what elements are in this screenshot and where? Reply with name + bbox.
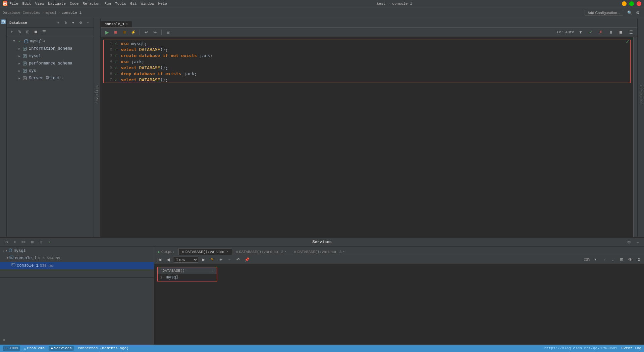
editor-tab-console1[interactable]: console_1 × [101,21,132,27]
maximize-button[interactable] [629,1,634,6]
breadcrumb-mysql[interactable]: mysql [45,11,56,15]
results-edit-button[interactable]: ✎ [208,256,216,263]
sidebar-tb-add[interactable]: + [8,28,15,36]
execute-button[interactable]: ⚡ [129,29,137,36]
svc-item-console1-query[interactable]: console_1 530 ms [0,262,154,269]
stop-button[interactable]: ⏹ [112,29,119,36]
menu-navigate[interactable]: Navigate [48,2,66,6]
results-transpose-button[interactable]: ⊞ [618,256,625,263]
menu-file[interactable]: File [9,2,18,6]
services-settings-button[interactable]: ⚙ [625,238,633,246]
bottom-tx-label[interactable]: Tx [3,240,10,245]
results-delete-button[interactable]: − [226,256,233,263]
breadcrumb-console[interactable]: console_1 [62,11,82,15]
tab-output[interactable]: ▶ Output [154,249,178,255]
commit-button[interactable]: ✓ [587,29,594,36]
toolbar-search-button[interactable]: 🔍 [626,9,633,16]
results-next-button[interactable]: ▶ [200,256,207,263]
server-objects-label: Server Objects [29,76,63,81]
tab-database-varchar-3[interactable]: ⊞ DATABASE():varchar 3 × [290,249,348,255]
breadcrumb-database[interactable]: Database Consoles [3,11,40,15]
menu-tools[interactable]: Tools [115,2,126,6]
tab-database-varchar-2[interactable]: ⊞ DATABASE():varchar 2 × [232,249,290,255]
editor-scrollbar[interactable] [633,37,637,237]
sidebar-tb-stop[interactable]: ⏹ [32,28,40,36]
results-sort-asc-button[interactable]: ↑ [600,256,608,263]
csv-options-button[interactable]: ▼ [592,256,599,263]
tree-item-sys[interactable]: ▶ sys [7,67,94,75]
menu-help[interactable]: Help [158,2,167,6]
sidebar-tb-schema[interactable]: ⊞ [24,28,32,36]
menu-run[interactable]: Run [104,2,111,6]
resume-button[interactable]: ⏸ [121,29,128,36]
svc-item-mysql[interactable]: ✓ ▼ mysql [0,247,154,255]
results-more-button[interactable]: ⚙ [635,256,643,263]
sidebar-filter-button[interactable]: ▼ [70,20,76,26]
stop-btn2[interactable]: ⏹ [617,29,625,36]
auto-commit-button[interactable]: ⏸ [607,29,614,36]
bottom-align2-button[interactable]: ≡≡ [20,238,27,246]
tab-close-2[interactable]: × [285,250,286,254]
results-revert-button[interactable]: ↶ [234,256,242,263]
svc-console1-group-label: console_1 [15,256,37,261]
sidebar-tb-refresh[interactable]: ↻ [16,28,23,36]
sidebar-refresh-button[interactable]: ↻ [63,20,69,26]
menu-window[interactable]: Window [141,2,154,6]
tree-item-mysql[interactable]: ▼ ✓ mysql 4 [7,38,94,45]
results-sort-desc-button[interactable]: ↓ [609,256,616,263]
rows-select[interactable]: 1 row 500 rows [173,257,198,263]
toolbar-settings-button[interactable]: ⚙ [634,9,641,16]
sidebar-minus-button[interactable]: − [85,20,91,26]
svc-connect-button[interactable]: ⊕ [1,337,7,343]
undo-button[interactable]: ↩ [143,29,150,36]
todo-button[interactable]: ☰ TODO [3,346,20,351]
tx-options-button[interactable]: ▼ [577,29,584,36]
result-header-menu[interactable]: ⋮ [210,268,214,273]
results-view-button[interactable]: 👁 [627,256,634,263]
results-prev-button[interactable]: ◀ [164,256,172,263]
run-button[interactable]: ▶ [103,29,111,36]
rollback-button[interactable]: ✗ [597,29,604,36]
row-value-mysql: mysql [166,275,178,280]
tree-item-information-schema[interactable]: ▶ information_schema [7,45,94,52]
bottom-collapse-button[interactable]: ⊞ [29,238,36,246]
menu-git[interactable]: Git [130,2,137,6]
problems-button[interactable]: ⚠ Problems [24,346,45,351]
sidebar-new-button[interactable]: + [55,20,61,26]
sidebar-settings-button[interactable]: ⚙ [77,20,84,26]
menu-view[interactable]: View [35,2,44,6]
menu-edit[interactable]: Edit [22,2,31,6]
results-add-button[interactable]: + [217,256,224,263]
structure-bar: Structure [637,18,644,237]
editor-toolbar: ▶ ⏹ ⏸ ⚡ ↩ ↪ ⊟ Tx: Auto ▼ ✓ ✗ ⏸ ⏹ [101,28,637,37]
format-button[interactable]: ⊟ [164,29,172,36]
svc-arrow-mysql: ▼ [5,249,7,253]
tab-close-3[interactable]: × [343,250,344,254]
svc-item-console1-group[interactable]: ▼ console_1 3 s 524 ms [0,255,154,262]
services-status-button[interactable]: ● Services [49,346,73,351]
favorites-bar: Favorites [94,18,101,237]
tree-item-mysql-schema[interactable]: ▶ mysql [7,52,94,60]
editor-tab-close-icon[interactable]: × [126,23,127,26]
sidebar-tb-filter[interactable]: ☰ [40,28,48,36]
bottom-align-button[interactable]: ≡ [11,238,18,246]
add-configuration-button[interactable]: Add Configuration... [585,10,623,16]
tab-close-1[interactable]: × [227,250,228,254]
menu-refactor[interactable]: Refactor [83,2,100,6]
tab-database-varchar[interactable]: ⊞ DATABASE():varchar × [178,249,232,255]
redo-button[interactable]: ↪ [151,29,159,36]
tree-item-perf-schema[interactable]: ▶ performance_schema [7,60,94,67]
results-pin-button[interactable]: 📌 [243,256,251,263]
bottom-add-button[interactable]: + [46,238,53,246]
menu-code[interactable]: Code [70,2,78,6]
console-list-button[interactable]: ☰ [627,29,635,36]
results-first-button[interactable]: |◀ [156,256,163,263]
bottom-expand-button[interactable]: ⊟ [37,238,45,246]
close-button[interactable] [637,1,641,6]
services-minimize-button[interactable]: − [634,238,641,246]
code-editor-scroll[interactable]: 1 ✓ use mysql; 2 ✓ select DATABASE(); 3 … [101,37,633,237]
minimize-button[interactable] [622,1,627,6]
results-table-area: `DATABASE()` ⋮ 1 mysql [154,264,644,345]
event-log-button[interactable]: Event Log [622,346,641,350]
tree-item-server-objects[interactable]: ▶ Server Objects [7,75,94,82]
